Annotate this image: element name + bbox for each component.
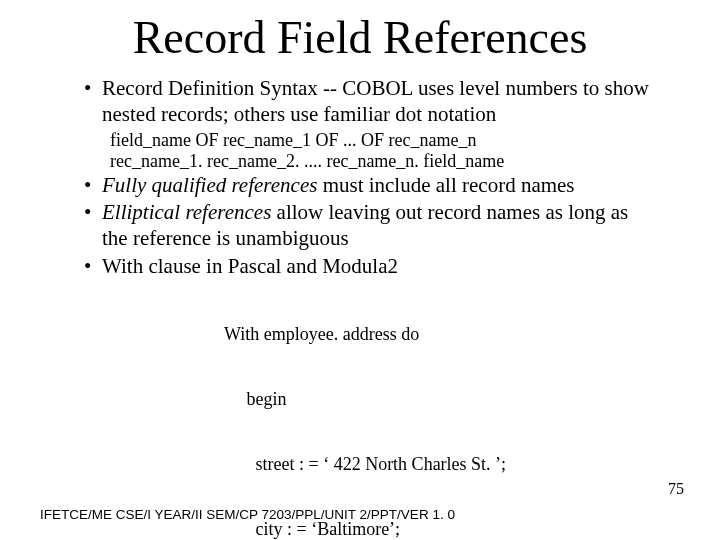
code-line: With employee. address do: [224, 324, 650, 346]
bullet-text: Record Definition Syntax -- COBOL uses l…: [102, 76, 649, 126]
with-code-block: With employee. address do begin street :…: [224, 281, 650, 540]
syntax-line: field_name OF rec_name_1 OF ... OF rec_n…: [110, 130, 650, 152]
syntax-block: field_name OF rec_name_1 OF ... OF rec_n…: [110, 130, 650, 173]
syntax-line: rec_name_1. rec_name_2. .... rec_name_n.…: [110, 151, 650, 173]
bullet-text: With clause in Pascal and Modula2: [102, 254, 398, 278]
bullet-emph: Fully qualified references: [102, 173, 317, 197]
slide-title: Record Field References: [40, 0, 680, 62]
slide: Record Field References Record Definitio…: [0, 0, 720, 540]
code-line: begin: [224, 389, 650, 411]
page-number: 75: [668, 480, 684, 498]
code-line: street : = ‘ 422 North Charles St. ’;: [224, 454, 650, 476]
bullet-item: With clause in Pascal and Modula2: [84, 254, 650, 280]
slide-body: Record Definition Syntax -- COBOL uses l…: [84, 76, 650, 540]
bullet-item: Elliptical references allow leaving out …: [84, 200, 650, 251]
bullet-text: must include all record names: [317, 173, 574, 197]
bullet-item: Record Definition Syntax -- COBOL uses l…: [84, 76, 650, 127]
bullet-list: Record Definition Syntax -- COBOL uses l…: [84, 76, 650, 127]
bullet-item: Fully qualified references must include …: [84, 173, 650, 199]
footer-text: IFETCE/ME CSE/I YEAR/II SEM/CP 7203/PPL/…: [40, 507, 455, 522]
bullet-emph: Elliptical references: [102, 200, 271, 224]
bullet-list-2: Fully qualified references must include …: [84, 173, 650, 279]
